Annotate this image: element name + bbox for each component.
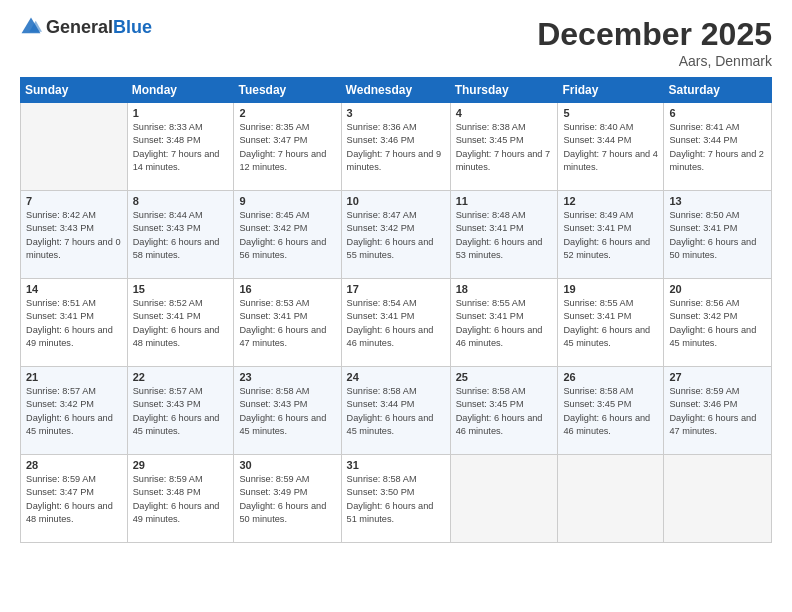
- day-info: Sunrise: 8:44 AMSunset: 3:43 PMDaylight:…: [133, 209, 229, 262]
- day-number: 28: [26, 459, 122, 471]
- calendar-cell: 22Sunrise: 8:57 AMSunset: 3:43 PMDayligh…: [127, 367, 234, 455]
- day-info: Sunrise: 8:35 AMSunset: 3:47 PMDaylight:…: [239, 121, 335, 174]
- day-info: Sunrise: 8:55 AMSunset: 3:41 PMDaylight:…: [563, 297, 658, 350]
- calendar-cell: 1Sunrise: 8:33 AMSunset: 3:48 PMDaylight…: [127, 103, 234, 191]
- day-info: Sunrise: 8:49 AMSunset: 3:41 PMDaylight:…: [563, 209, 658, 262]
- calendar-cell: 9Sunrise: 8:45 AMSunset: 3:42 PMDaylight…: [234, 191, 341, 279]
- calendar-cell: 21Sunrise: 8:57 AMSunset: 3:42 PMDayligh…: [21, 367, 128, 455]
- day-info: Sunrise: 8:58 AMSunset: 3:44 PMDaylight:…: [347, 385, 445, 438]
- week-row-2: 7Sunrise: 8:42 AMSunset: 3:43 PMDaylight…: [21, 191, 772, 279]
- day-info: Sunrise: 8:52 AMSunset: 3:41 PMDaylight:…: [133, 297, 229, 350]
- day-info: Sunrise: 8:48 AMSunset: 3:41 PMDaylight:…: [456, 209, 553, 262]
- day-info: Sunrise: 8:53 AMSunset: 3:41 PMDaylight:…: [239, 297, 335, 350]
- day-number: 11: [456, 195, 553, 207]
- day-number: 5: [563, 107, 658, 119]
- weekday-header-saturday: Saturday: [664, 78, 772, 103]
- calendar-cell: 18Sunrise: 8:55 AMSunset: 3:41 PMDayligh…: [450, 279, 558, 367]
- calendar-cell: 20Sunrise: 8:56 AMSunset: 3:42 PMDayligh…: [664, 279, 772, 367]
- calendar-cell: 27Sunrise: 8:59 AMSunset: 3:46 PMDayligh…: [664, 367, 772, 455]
- day-number: 13: [669, 195, 766, 207]
- month-title: December 2025: [537, 16, 772, 53]
- day-number: 20: [669, 283, 766, 295]
- location: Aars, Denmark: [537, 53, 772, 69]
- calendar-cell: 30Sunrise: 8:59 AMSunset: 3:49 PMDayligh…: [234, 455, 341, 543]
- calendar-cell: 29Sunrise: 8:59 AMSunset: 3:48 PMDayligh…: [127, 455, 234, 543]
- day-info: Sunrise: 8:58 AMSunset: 3:45 PMDaylight:…: [563, 385, 658, 438]
- day-info: Sunrise: 8:36 AMSunset: 3:46 PMDaylight:…: [347, 121, 445, 174]
- day-number: 16: [239, 283, 335, 295]
- calendar-cell: [664, 455, 772, 543]
- day-number: 25: [456, 371, 553, 383]
- day-info: Sunrise: 8:59 AMSunset: 3:49 PMDaylight:…: [239, 473, 335, 526]
- weekday-header-tuesday: Tuesday: [234, 78, 341, 103]
- day-number: 7: [26, 195, 122, 207]
- day-number: 23: [239, 371, 335, 383]
- day-info: Sunrise: 8:40 AMSunset: 3:44 PMDaylight:…: [563, 121, 658, 174]
- day-info: Sunrise: 8:33 AMSunset: 3:48 PMDaylight:…: [133, 121, 229, 174]
- calendar-cell: 26Sunrise: 8:58 AMSunset: 3:45 PMDayligh…: [558, 367, 664, 455]
- logo: GeneralBlue: [20, 16, 152, 38]
- calendar-cell: [21, 103, 128, 191]
- week-row-3: 14Sunrise: 8:51 AMSunset: 3:41 PMDayligh…: [21, 279, 772, 367]
- day-info: Sunrise: 8:42 AMSunset: 3:43 PMDaylight:…: [26, 209, 122, 262]
- day-number: 10: [347, 195, 445, 207]
- calendar-cell: 28Sunrise: 8:59 AMSunset: 3:47 PMDayligh…: [21, 455, 128, 543]
- day-info: Sunrise: 8:56 AMSunset: 3:42 PMDaylight:…: [669, 297, 766, 350]
- day-number: 24: [347, 371, 445, 383]
- day-info: Sunrise: 8:59 AMSunset: 3:46 PMDaylight:…: [669, 385, 766, 438]
- title-area: December 2025 Aars, Denmark: [537, 16, 772, 69]
- logo-text: GeneralBlue: [46, 17, 152, 38]
- day-info: Sunrise: 8:45 AMSunset: 3:42 PMDaylight:…: [239, 209, 335, 262]
- weekday-header-wednesday: Wednesday: [341, 78, 450, 103]
- weekday-header-monday: Monday: [127, 78, 234, 103]
- day-number: 21: [26, 371, 122, 383]
- calendar-cell: 4Sunrise: 8:38 AMSunset: 3:45 PMDaylight…: [450, 103, 558, 191]
- calendar-table: SundayMondayTuesdayWednesdayThursdayFrid…: [20, 77, 772, 543]
- day-info: Sunrise: 8:58 AMSunset: 3:50 PMDaylight:…: [347, 473, 445, 526]
- day-number: 31: [347, 459, 445, 471]
- calendar-cell: 16Sunrise: 8:53 AMSunset: 3:41 PMDayligh…: [234, 279, 341, 367]
- calendar-cell: 14Sunrise: 8:51 AMSunset: 3:41 PMDayligh…: [21, 279, 128, 367]
- day-number: 4: [456, 107, 553, 119]
- calendar-cell: 31Sunrise: 8:58 AMSunset: 3:50 PMDayligh…: [341, 455, 450, 543]
- calendar-cell: [450, 455, 558, 543]
- page: GeneralBlue December 2025 Aars, Denmark …: [0, 0, 792, 612]
- calendar-cell: 3Sunrise: 8:36 AMSunset: 3:46 PMDaylight…: [341, 103, 450, 191]
- day-number: 19: [563, 283, 658, 295]
- calendar-cell: 7Sunrise: 8:42 AMSunset: 3:43 PMDaylight…: [21, 191, 128, 279]
- day-number: 17: [347, 283, 445, 295]
- day-info: Sunrise: 8:54 AMSunset: 3:41 PMDaylight:…: [347, 297, 445, 350]
- day-number: 6: [669, 107, 766, 119]
- calendar-cell: 5Sunrise: 8:40 AMSunset: 3:44 PMDaylight…: [558, 103, 664, 191]
- day-number: 14: [26, 283, 122, 295]
- weekday-header-row: SundayMondayTuesdayWednesdayThursdayFrid…: [21, 78, 772, 103]
- weekday-header-friday: Friday: [558, 78, 664, 103]
- day-info: Sunrise: 8:58 AMSunset: 3:43 PMDaylight:…: [239, 385, 335, 438]
- header: GeneralBlue December 2025 Aars, Denmark: [20, 16, 772, 69]
- calendar-cell: 23Sunrise: 8:58 AMSunset: 3:43 PMDayligh…: [234, 367, 341, 455]
- weekday-header-thursday: Thursday: [450, 78, 558, 103]
- calendar-cell: 15Sunrise: 8:52 AMSunset: 3:41 PMDayligh…: [127, 279, 234, 367]
- calendar-cell: 2Sunrise: 8:35 AMSunset: 3:47 PMDaylight…: [234, 103, 341, 191]
- calendar-cell: [558, 455, 664, 543]
- day-number: 1: [133, 107, 229, 119]
- week-row-5: 28Sunrise: 8:59 AMSunset: 3:47 PMDayligh…: [21, 455, 772, 543]
- day-info: Sunrise: 8:59 AMSunset: 3:48 PMDaylight:…: [133, 473, 229, 526]
- day-number: 15: [133, 283, 229, 295]
- calendar-cell: 24Sunrise: 8:58 AMSunset: 3:44 PMDayligh…: [341, 367, 450, 455]
- logo-general: General: [46, 17, 113, 37]
- day-info: Sunrise: 8:57 AMSunset: 3:42 PMDaylight:…: [26, 385, 122, 438]
- calendar-cell: 12Sunrise: 8:49 AMSunset: 3:41 PMDayligh…: [558, 191, 664, 279]
- day-number: 27: [669, 371, 766, 383]
- calendar-cell: 6Sunrise: 8:41 AMSunset: 3:44 PMDaylight…: [664, 103, 772, 191]
- calendar-cell: 17Sunrise: 8:54 AMSunset: 3:41 PMDayligh…: [341, 279, 450, 367]
- day-number: 3: [347, 107, 445, 119]
- calendar-cell: 11Sunrise: 8:48 AMSunset: 3:41 PMDayligh…: [450, 191, 558, 279]
- day-info: Sunrise: 8:41 AMSunset: 3:44 PMDaylight:…: [669, 121, 766, 174]
- day-number: 12: [563, 195, 658, 207]
- day-number: 2: [239, 107, 335, 119]
- day-number: 18: [456, 283, 553, 295]
- weekday-header-sunday: Sunday: [21, 78, 128, 103]
- day-number: 29: [133, 459, 229, 471]
- calendar-cell: 25Sunrise: 8:58 AMSunset: 3:45 PMDayligh…: [450, 367, 558, 455]
